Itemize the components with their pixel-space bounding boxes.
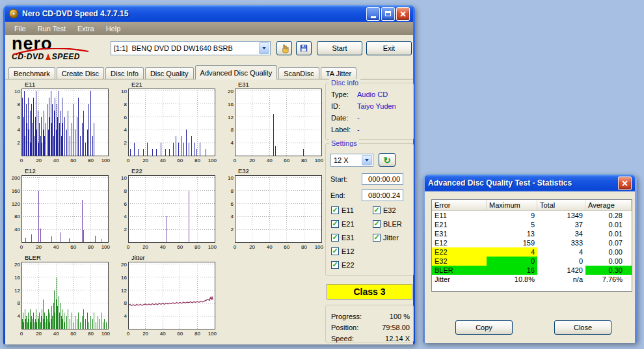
svg-text:100: 100: [208, 158, 217, 163]
checkbox-item-e32[interactable]: ✓E32: [373, 206, 402, 214]
checkbox-item-jitter[interactable]: ✓Jitter: [373, 234, 402, 242]
main-titlebar[interactable]: Nero CD-DVD Speed 4.7.7.15: [5, 5, 413, 22]
refresh-icon: ↻: [383, 156, 391, 165]
speed-select[interactable]: 12 X: [330, 154, 373, 167]
charts-grid: 108642020406080100E11 108642020406080100…: [8, 81, 324, 338]
checkbox-e21[interactable]: ✓: [331, 220, 339, 228]
cell-error: E31: [432, 229, 487, 238]
svg-text:E21: E21: [131, 81, 142, 88]
tab-advanced-disc-quality[interactable]: Advanced Disc Quality: [195, 65, 278, 79]
checkbox-e12[interactable]: ✓: [331, 247, 339, 255]
svg-text:20: 20: [249, 244, 255, 250]
svg-text:2: 2: [124, 140, 127, 146]
menu-item-run-test[interactable]: Run Test: [33, 23, 71, 34]
column-header-total[interactable]: Total: [537, 200, 585, 210]
checkbox-e11[interactable]: ✓: [331, 206, 339, 214]
chevron-down-icon[interactable]: [259, 42, 269, 54]
stats-titlebar[interactable]: Advanced Disc Quality Test - Statistics: [425, 174, 635, 191]
checkbox-bler[interactable]: ✓: [373, 220, 381, 228]
stats-close-button[interactable]: [618, 176, 632, 190]
start-button[interactable]: Start: [317, 41, 362, 55]
main-window: Nero CD-DVD Speed 4.7.7.15 FileRun TestE…: [3, 5, 415, 344]
svg-text:60: 60: [177, 244, 183, 250]
maximize-button[interactable]: [381, 7, 395, 21]
header: nero CD·DVD SPEED [1:1] BENQ DVD DD DW16…: [5, 35, 413, 65]
cell-total: 0: [537, 257, 585, 266]
checkbox-item-e21[interactable]: ✓E21: [331, 220, 373, 228]
disc-info-value: -: [357, 126, 360, 133]
e32-chart-svg: 108642020406080100E32: [221, 167, 324, 251]
stats-close-action-button[interactable]: Close: [554, 320, 611, 335]
column-header-maximum[interactable]: Maximum: [487, 200, 537, 210]
start-time-label: Start:: [330, 175, 362, 183]
minimize-icon: [371, 16, 376, 18]
drive-select[interactable]: [1:1] BENQ DVD DD DW1640 BSRB: [111, 41, 271, 55]
menu-item-help[interactable]: Help: [101, 23, 126, 34]
minimize-button[interactable]: [366, 7, 380, 21]
svg-text:80: 80: [301, 158, 307, 163]
svg-text:12: 12: [14, 288, 20, 294]
cell-maximum: 10.8%: [487, 275, 537, 284]
checkbox-item-e22[interactable]: ✓E22: [331, 261, 373, 269]
end-time-input[interactable]: 080:00.24: [362, 189, 403, 201]
svg-text:E22: E22: [131, 167, 142, 174]
column-header-error[interactable]: Error: [432, 200, 487, 210]
stats-window-title: Advanced Disc Quality Test - Statistics: [428, 178, 615, 188]
menu-item-extra[interactable]: Extra: [72, 23, 100, 34]
tab-create-disc[interactable]: Create Disc: [57, 67, 104, 79]
tab-disc-quality[interactable]: Disc Quality: [145, 67, 194, 79]
refresh-button[interactable]: ↻: [379, 153, 396, 167]
save-button[interactable]: [296, 41, 312, 55]
cell-error: E32: [432, 257, 487, 266]
checkbox-column-right: ✓E32✓BLER✓Jitter: [373, 206, 402, 269]
checkbox-item-e31[interactable]: ✓E31: [331, 234, 373, 242]
table-row: E121593330.07: [432, 238, 632, 247]
check-icon: ✓: [373, 220, 379, 227]
table-row: E22440.00: [432, 247, 632, 257]
menu-item-file[interactable]: File: [9, 23, 31, 34]
svg-text:60: 60: [177, 158, 183, 163]
progress-value: 100 %: [390, 313, 410, 320]
checkbox-label: E32: [383, 206, 396, 214]
column-header-average[interactable]: Average: [585, 200, 632, 210]
svg-text:80: 80: [195, 158, 200, 163]
tab-ta-jitter[interactable]: TA Jitter: [321, 67, 357, 79]
right-panel: Disc info Type:Audio CDID:Taiyo YudenDat…: [325, 81, 414, 342]
svg-text:20: 20: [142, 158, 148, 163]
svg-text:100: 100: [101, 331, 111, 337]
content: 108642020406080100E11 108642020406080100…: [5, 79, 413, 344]
checkbox-item-e12[interactable]: ✓E12: [331, 247, 373, 255]
tab-scandisc[interactable]: ScanDisc: [278, 67, 319, 79]
cell-total: 1349: [537, 211, 585, 220]
checkbox-e32[interactable]: ✓: [373, 206, 381, 214]
checkbox-jitter[interactable]: ✓: [373, 234, 381, 242]
copy-button[interactable]: Copy: [455, 320, 513, 335]
svg-text:40: 40: [53, 158, 59, 163]
options-button[interactable]: [276, 41, 292, 55]
close-button[interactable]: [396, 7, 410, 21]
cell-average: 0.01: [585, 229, 632, 238]
jitter-chart-svg: 20161284020406080100Jitter: [114, 254, 217, 338]
tab-disc-info[interactable]: Disc Info: [105, 67, 144, 79]
chart-e11: 108642020406080100E11: [8, 81, 111, 165]
svg-text:40: 40: [160, 244, 166, 250]
chevron-down-icon[interactable]: [362, 155, 372, 165]
exit-button[interactable]: Exit: [366, 41, 412, 55]
svg-text:80: 80: [88, 331, 94, 337]
cell-average: 0.00: [585, 247, 632, 257]
svg-text:80: 80: [88, 244, 94, 250]
check-icon: ✓: [332, 247, 338, 255]
checkbox-item-bler[interactable]: ✓BLER: [373, 220, 402, 228]
progress-value: 79:58.00: [382, 324, 410, 331]
progress-row: Progress:100 %: [331, 311, 410, 322]
disc-info-row: Label:-: [331, 124, 410, 135]
svg-text:40: 40: [267, 244, 273, 250]
table-row: E215370.01: [432, 220, 632, 229]
tab-benchmark[interactable]: Benchmark: [8, 67, 55, 79]
svg-text:0: 0: [127, 331, 130, 337]
checkbox-item-e11[interactable]: ✓E11: [331, 206, 373, 214]
start-time-input[interactable]: 000:00.00: [362, 173, 403, 185]
checkbox-e31[interactable]: ✓: [331, 234, 339, 242]
table-row: E32000.00: [432, 257, 632, 266]
checkbox-e22[interactable]: ✓: [331, 261, 339, 269]
